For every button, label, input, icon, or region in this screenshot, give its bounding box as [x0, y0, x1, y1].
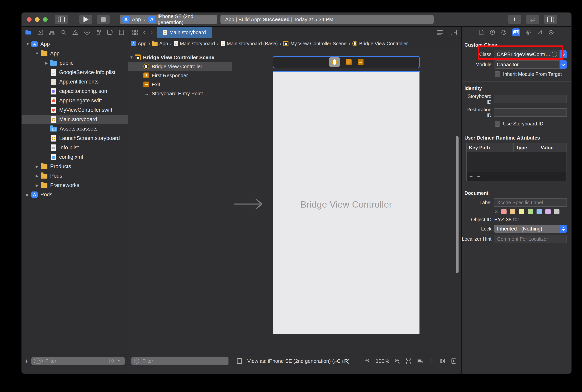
navigator-filter-field[interactable] [31, 357, 125, 365]
canvas-scrollbar[interactable] [456, 136, 459, 273]
column-value[interactable]: Value [538, 143, 567, 152]
lock-stepper[interactable] [560, 224, 567, 233]
navigator-filter-input[interactable] [45, 358, 106, 364]
file-row[interactable]: ▶APods [21, 190, 128, 199]
breadcrumb-item[interactable]: Main.storyboard (Base) [221, 41, 278, 46]
test-navigator-tab[interactable] [84, 30, 90, 35]
forward-button[interactable]: › [150, 28, 153, 36]
scheme-selector[interactable]: App › A iPhone SE (2nd generation) [120, 15, 217, 24]
symbol-navigator-tab[interactable] [49, 30, 55, 35]
zoom-in-icon[interactable] [394, 358, 400, 364]
localizer-hint-input[interactable] [497, 236, 564, 242]
recent-files-icon[interactable] [108, 358, 114, 364]
identity-inspector-tab[interactable] [512, 28, 520, 36]
add-editor-icon[interactable] [451, 30, 457, 35]
outline-item[interactable]: Bridge View Controller [128, 62, 232, 71]
align-icon[interactable] [417, 358, 423, 364]
jump-to-class-button[interactable]: → [552, 52, 557, 57]
zoom-level[interactable]: 100% [376, 358, 389, 364]
file-row[interactable]: ▶public [21, 58, 128, 68]
color-swatch[interactable] [554, 209, 560, 214]
table-body[interactable] [467, 152, 567, 172]
size-inspector-tab[interactable] [537, 30, 543, 35]
file-row[interactable]: config.xml [21, 152, 128, 162]
class-combo[interactable]: CAPBridgeViewControl... → [494, 50, 567, 58]
disclosure-triangle[interactable]: ▼ [128, 55, 135, 60]
breadcrumb-item[interactable]: My View Controller Scene [283, 41, 346, 46]
breadcrumb-item[interactable]: AApp [131, 41, 146, 46]
storyboard-id-input[interactable] [497, 96, 564, 102]
file-row[interactable]: capacitor.config.json [21, 86, 128, 96]
disclosure-triangle[interactable]: ▶ [43, 61, 50, 65]
color-swatch[interactable] [510, 209, 515, 214]
tab-main-storyboard[interactable]: Main.storyboard [157, 27, 212, 38]
close-window-button[interactable] [27, 17, 31, 22]
remove-attribute-button[interactable]: − [477, 173, 481, 180]
issue-navigator-tab[interactable] [72, 30, 78, 35]
run-button[interactable] [79, 15, 92, 24]
add-constraints-icon[interactable] [428, 358, 434, 364]
file-row[interactable]: Assets.xcassets [21, 124, 128, 134]
find-navigator-tab[interactable] [61, 30, 67, 35]
report-navigator-tab[interactable] [119, 30, 124, 35]
clear-color-button[interactable]: × [495, 209, 498, 214]
update-frames-icon[interactable] [405, 358, 412, 364]
history-inspector-tab[interactable] [490, 30, 495, 35]
zoom-out-icon[interactable] [365, 358, 371, 364]
device-bar-toggle-icon[interactable] [237, 358, 242, 364]
file-row[interactable]: GoogleService-Info.plist [21, 68, 128, 77]
column-key-path[interactable]: Key Path [467, 143, 514, 152]
file-row[interactable]: LaunchScreen.storyboard [21, 134, 128, 143]
color-swatch[interactable] [545, 209, 551, 214]
module-combo[interactable]: Capacitor [494, 60, 567, 68]
embed-icon[interactable] [451, 358, 457, 364]
navigator-toggle-button[interactable] [55, 15, 68, 24]
outline-scene-row[interactable]: ▼ Bridge View Controller Scene [128, 53, 232, 62]
color-swatch[interactable] [537, 209, 542, 214]
file-inspector-tab[interactable] [479, 30, 484, 35]
quick-help-inspector-tab[interactable] [501, 30, 507, 35]
source-control-tab[interactable] [37, 30, 43, 35]
source-control-status-icon[interactable] [116, 358, 122, 364]
outline-filter-field[interactable] [131, 357, 228, 365]
disclosure-triangle[interactable]: ▶ [34, 164, 40, 169]
outline-item[interactable]: 1First Responder [128, 71, 232, 80]
file-row[interactable]: ▼App [21, 49, 128, 58]
breadcrumb-item[interactable]: Main.storyboard [174, 41, 215, 46]
use-storyboard-id-checkbox[interactable] [495, 121, 500, 126]
disclosure-triangle[interactable]: ▶ [34, 174, 40, 178]
view-as-label[interactable]: View as: iPhone SE (2nd generation) (wC … [247, 358, 350, 364]
class-dropdown-button[interactable] [560, 50, 567, 58]
color-swatch[interactable] [501, 209, 507, 214]
resolve-autolayout-icon[interactable] [439, 358, 446, 364]
add-attribute-button[interactable]: + [469, 173, 473, 180]
zoom-window-button[interactable] [43, 17, 48, 22]
file-row[interactable]: ▶Pods [21, 171, 128, 180]
view-controller-view[interactable]: Bridge View Controller [273, 71, 420, 334]
file-row[interactable]: App.entitlements [21, 77, 128, 86]
code-review-button[interactable]: ⇄ [526, 15, 539, 24]
back-button[interactable]: ‹ [143, 28, 145, 36]
add-file-button[interactable]: + [25, 358, 28, 364]
module-dropdown-button[interactable] [560, 60, 567, 68]
inspector-toggle-button[interactable] [544, 15, 557, 24]
breadcrumb-item[interactable]: Bridge View Controller [352, 41, 408, 46]
disclosure-triangle[interactable]: ▼ [34, 51, 40, 56]
document-label-input[interactable] [497, 200, 564, 206]
project-navigator-tab[interactable] [25, 30, 32, 35]
file-row[interactable]: ▶Products [21, 162, 128, 171]
outline-item[interactable]: →Storyboard Entry Point [128, 89, 232, 98]
library-button[interactable]: + [508, 15, 521, 24]
disclosure-triangle[interactable]: ▶ [24, 192, 31, 197]
file-row[interactable]: ▶Frameworks [21, 180, 128, 190]
file-row[interactable]: ▼AApp [21, 40, 128, 49]
outline-item[interactable]: ⊸Exit [128, 80, 232, 89]
canvas-area[interactable]: 1 ⊸ Bridge View Controller [232, 49, 461, 354]
file-row[interactable]: MyViewController.swift [21, 105, 128, 115]
lock-popup[interactable]: Inherited - (Nothing) [494, 224, 567, 233]
exit-icon[interactable]: ⊸ [358, 59, 364, 65]
related-items-icon[interactable] [132, 30, 138, 35]
attributes-inspector-tab[interactable] [526, 30, 532, 35]
minimize-window-button[interactable] [35, 17, 39, 22]
breadcrumb-item[interactable]: App [152, 41, 168, 46]
